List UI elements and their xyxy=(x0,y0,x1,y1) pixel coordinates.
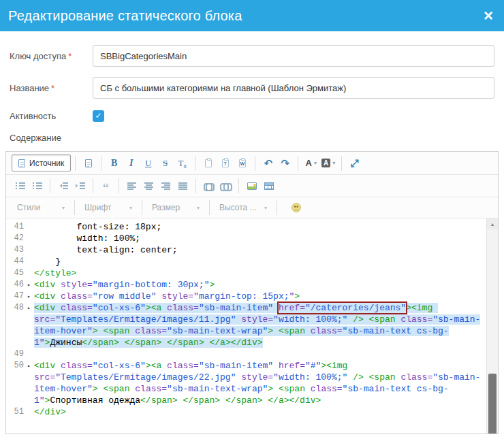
align-justify-icon[interactable] xyxy=(175,178,191,194)
toolbar-separator xyxy=(195,178,196,193)
text-color-icon[interactable]: A▾ xyxy=(303,155,319,172)
decrease-indent-icon[interactable] xyxy=(55,178,71,194)
chevron-down-icon: ▾ xyxy=(197,205,200,211)
code-line[interactable]: 51</div> xyxy=(6,406,486,418)
align-left-icon[interactable] xyxy=(124,178,140,194)
new-page-glyph xyxy=(85,159,92,167)
paste-from-word-icon[interactable] xyxy=(234,155,250,172)
vertical-scrollbar[interactable]: ▲ xyxy=(486,218,498,434)
link-icon[interactable] xyxy=(201,178,217,194)
maximize-icon[interactable]: ⤢ xyxy=(347,155,362,172)
code-token xyxy=(273,384,279,394)
align-right-icon[interactable] xyxy=(158,178,174,194)
redo-icon[interactable]: ↷ xyxy=(277,155,293,172)
fold-marker-icon[interactable]: ▸ xyxy=(24,360,34,372)
code-token xyxy=(273,361,279,371)
required-asterisk: * xyxy=(68,51,72,61)
code-line[interactable]: 47▸<div class="row middle" style="margin… xyxy=(6,291,486,302)
smiley-icon[interactable] xyxy=(288,199,304,216)
align-center-icon[interactable] xyxy=(141,178,157,194)
fold-marker-icon[interactable]: ▸ xyxy=(24,302,34,314)
paste-icon[interactable] xyxy=(200,155,216,172)
font-combo[interactable]: Шрифт▾ xyxy=(79,199,138,216)
code-token xyxy=(55,303,61,313)
code-token: Джинсы xyxy=(50,338,82,348)
toolbar-separator xyxy=(142,200,142,215)
code-token xyxy=(55,361,61,371)
scrollbar-thumb[interactable] xyxy=(488,374,497,434)
code-line[interactable]: 49 xyxy=(6,348,486,360)
strikethrough-icon[interactable]: S xyxy=(157,155,173,172)
toolbar-separator xyxy=(255,156,255,171)
code-line[interactable]: 46▸<div style="margin-bottom: 30px;"> xyxy=(6,279,486,291)
code-token: "Templates/Ermitage/images/11.jpg" xyxy=(55,314,236,325)
increase-indent-icon[interactable] xyxy=(72,178,88,194)
unlink-glyph xyxy=(221,183,232,189)
code-text: <div class="col-xs-6"><a class="sb-main-… xyxy=(34,302,486,348)
chevron-down-icon: ▾ xyxy=(62,205,65,211)
remove-format-icon[interactable]: Tx xyxy=(174,155,190,172)
code-token xyxy=(273,303,279,313)
activity-checkbox[interactable]: ✓ xyxy=(93,110,104,122)
underline-icon[interactable]: U xyxy=(140,155,156,172)
code-line[interactable]: 45</style> xyxy=(6,267,486,279)
code-token: "sb-main-item" xyxy=(199,303,273,313)
close-icon[interactable]: × xyxy=(484,7,493,24)
code-token: > xyxy=(93,326,98,336)
code-token: "#" xyxy=(305,361,321,371)
fold-marker-icon[interactable]: ▸ xyxy=(24,291,34,302)
code-token: </span> xyxy=(183,395,220,406)
code-token: class= xyxy=(167,303,199,313)
source-button[interactable]: Источник xyxy=(12,154,71,172)
line-number: 50 xyxy=(6,360,24,372)
code-token: "row middle" xyxy=(93,291,157,301)
toolbar-separator xyxy=(74,200,75,215)
code-token: "col-xs-6" xyxy=(93,303,146,313)
code-line[interactable]: 41 font-size: 18px; xyxy=(6,221,486,233)
blockquote-icon[interactable]: “ xyxy=(98,178,114,194)
code-text: </style> xyxy=(34,267,486,279)
code-token: </div> xyxy=(34,407,66,417)
styles-combo[interactable]: Стили▾ xyxy=(12,199,70,216)
code-token: </span> xyxy=(225,395,263,406)
paste-plain-text-glyph xyxy=(222,159,229,167)
size-combo[interactable]: Размер▾ xyxy=(146,199,205,216)
toolbar-separator xyxy=(277,200,277,215)
unlink-icon[interactable] xyxy=(218,178,234,194)
line-number: 42 xyxy=(6,233,24,244)
code-token: text-align: center; xyxy=(34,245,178,255)
background-color-icon[interactable]: A▾ xyxy=(320,155,336,172)
line-number: 46 xyxy=(6,279,24,291)
href-highlight-box: href="/caterories/jeans" xyxy=(279,303,406,313)
new-page-icon[interactable] xyxy=(80,155,96,172)
code-line[interactable]: 50▸<div class="col-xs-6"><a class="sb-ma… xyxy=(6,360,486,406)
bulleted-list-icon[interactable] xyxy=(29,178,45,194)
name-input[interactable] xyxy=(93,77,494,99)
numbered-list-icon[interactable] xyxy=(12,178,28,194)
chevron-down-icon: ▾ xyxy=(129,205,132,211)
paste-plain-text-icon[interactable] xyxy=(217,155,233,172)
table-icon[interactable] xyxy=(261,178,277,194)
code-line[interactable]: 48▸<div class="col-xs-6"><a class="sb-ma… xyxy=(6,302,486,348)
image-icon[interactable] xyxy=(244,178,259,194)
code-text: font-size: 18px; xyxy=(34,221,486,233)
bold-icon[interactable]: B xyxy=(106,155,122,172)
code-token: src= xyxy=(34,314,55,325)
source-code-area[interactable]: 41 font-size: 18px;42 width: 100%;43 tex… xyxy=(6,218,498,434)
code-line[interactable]: 42 width: 100%; xyxy=(6,233,486,244)
undo-icon[interactable]: ↶ xyxy=(260,155,276,172)
access-key-input[interactable] xyxy=(93,45,494,67)
code-token: "width: 100%;" xyxy=(273,314,347,325)
fold-marker-icon[interactable]: ▸ xyxy=(24,279,34,291)
code-text: text-align: center; xyxy=(34,244,486,256)
italic-icon[interactable]: I xyxy=(123,155,139,172)
remove-format-x: x xyxy=(183,163,187,172)
activity-row: Активность ✓ xyxy=(10,109,494,122)
line-height-combo[interactable]: Высота ...▾ xyxy=(214,199,272,216)
modal-title: Редактирование статического блока xyxy=(8,8,242,24)
code-token xyxy=(432,303,438,313)
styles-combo-label: Стили xyxy=(17,203,41,212)
code-line[interactable]: 44 } xyxy=(6,256,486,267)
code-line[interactable]: 43 text-align: center; xyxy=(6,244,486,256)
scroll-up-icon[interactable]: ▲ xyxy=(487,218,498,229)
